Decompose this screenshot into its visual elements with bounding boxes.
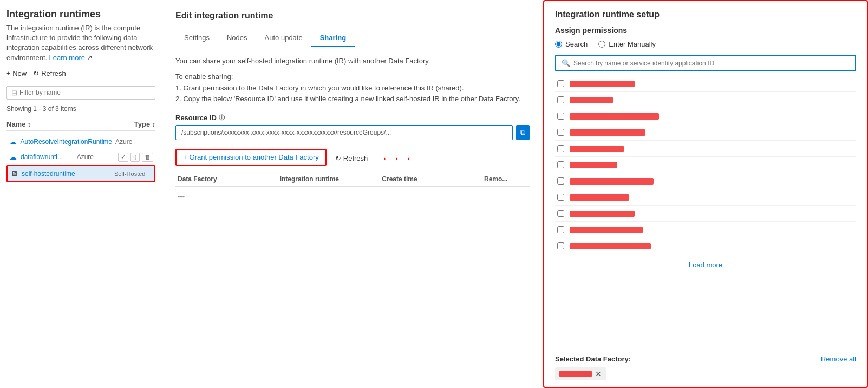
factory-checkbox[interactable]: [557, 161, 564, 168]
search-radio[interactable]: [555, 41, 562, 48]
item-delete-btn[interactable]: 🗑: [142, 153, 153, 162]
list-item[interactable]: ☁ AutoResolveIntegrationRuntime Azure: [6, 134, 155, 149]
refresh-button[interactable]: ↻ Refresh: [33, 69, 66, 77]
col-remove: Remo...: [484, 175, 527, 183]
factory-checkbox[interactable]: [557, 129, 564, 136]
col-create-time: Create time: [382, 175, 484, 183]
load-more-button[interactable]: Load more: [555, 254, 856, 275]
info-icon: ⓘ: [219, 114, 225, 122]
selected-section: Selected Data Factory: Remove all ✕: [544, 348, 867, 387]
runtime-type: Azure: [115, 138, 153, 146]
factory-item: [555, 141, 856, 157]
factory-name: [570, 146, 624, 152]
factory-name: [570, 81, 635, 87]
factory-item: [555, 173, 856, 189]
self-hosted-runtime-item[interactable]: 🖥 self-hostedruntime Self-Hosted: [6, 165, 155, 182]
search-box: 🔍: [555, 55, 856, 71]
manual-radio[interactable]: [598, 41, 605, 48]
arrow-annotation: →→→: [376, 152, 412, 166]
factory-name: [570, 178, 654, 185]
col-integration-runtime: Integration runtime: [280, 175, 382, 183]
factory-item: [555, 222, 856, 238]
runtime-type: Self-Hosted: [114, 170, 152, 177]
search-input[interactable]: [573, 60, 850, 67]
factory-checkbox[interactable]: [557, 210, 564, 217]
item-check-btn[interactable]: ✓: [118, 153, 128, 162]
factory-checkbox[interactable]: [557, 96, 564, 103]
selected-header: Selected Data Factory: Remove all: [555, 355, 856, 363]
selected-factory-name: [559, 371, 592, 377]
assign-label: Assign permissions: [555, 26, 856, 35]
resource-id-input[interactable]: [175, 125, 513, 140]
page-title: Integration runtimes: [6, 9, 155, 20]
runtime-name: self-hostedruntime: [22, 170, 111, 177]
factory-item: [555, 189, 856, 206]
setup-panel-title: Integration runtime setup: [555, 10, 856, 19]
count-text: Showing 1 - 3 of 3 items: [6, 105, 155, 113]
left-panel: Integration runtimes The integration run…: [0, 0, 162, 388]
manual-radio-option[interactable]: Enter Manually: [598, 40, 656, 48]
runtime-name: AutoResolveIntegrationRuntime: [21, 138, 112, 146]
plus-icon: +: [183, 153, 187, 161]
factory-checkbox[interactable]: [557, 226, 564, 233]
factory-checkbox[interactable]: [557, 145, 564, 152]
factory-item: [555, 238, 856, 254]
tab-settings[interactable]: Settings: [175, 29, 218, 47]
refresh-inline-icon: ↻: [335, 154, 341, 162]
selected-tag: ✕: [555, 367, 606, 380]
factory-name: [570, 194, 629, 201]
item-actions: ✓ {} 🗑: [118, 153, 153, 162]
tab-auto-update[interactable]: Auto update: [256, 29, 311, 47]
filter-box: ⊟: [6, 86, 155, 100]
table-header: Data Factory Integration runtime Create …: [175, 172, 530, 187]
list-item[interactable]: ☁ dataflowrunti... Azure ✓ {} 🗑: [6, 149, 155, 165]
sharing-description: You can share your self-hosted integrati…: [175, 56, 530, 105]
col-data-factory: Data Factory: [178, 175, 280, 183]
search-radio-option[interactable]: Search: [555, 40, 588, 48]
factory-name: [570, 162, 617, 168]
tab-nodes[interactable]: Nodes: [218, 29, 256, 47]
learn-more-link[interactable]: Learn more: [49, 54, 85, 62]
cloud-icon: ☁: [9, 137, 17, 146]
toolbar: + New ↻ Refresh: [6, 69, 155, 77]
factory-item: [555, 124, 856, 141]
factory-item: [555, 206, 856, 222]
factory-checkbox[interactable]: [557, 194, 564, 201]
action-row: + Grant permission to another Data Facto…: [175, 149, 530, 168]
resource-id-label: Resource ID ⓘ: [175, 114, 530, 122]
factory-checkbox[interactable]: [557, 177, 564, 185]
setup-panel: Integration runtime setup Assign permiss…: [543, 0, 868, 388]
grant-permission-button[interactable]: + Grant permission to another Data Facto…: [175, 149, 327, 166]
remove-all-button[interactable]: Remove all: [821, 355, 856, 363]
name-column-header: Name ↕: [6, 120, 31, 128]
factory-name: [570, 211, 635, 217]
copy-button[interactable]: ⧉: [516, 125, 530, 140]
table-body: ---: [175, 187, 530, 206]
factory-item: [555, 92, 856, 108]
runtime-name: dataflowrunti...: [21, 153, 74, 161]
factory-list: Load more: [544, 76, 867, 348]
inline-refresh-button[interactable]: ↻ Refresh: [331, 151, 373, 166]
factory-checkbox[interactable]: [557, 80, 564, 87]
radio-group: Search Enter Manually: [555, 40, 856, 48]
filter-icon: ⊟: [11, 89, 17, 97]
new-button[interactable]: + New: [6, 69, 27, 77]
cloud-icon: ☁: [9, 153, 17, 161]
list-header: Name ↕ Type ↕: [6, 118, 155, 131]
filter-input[interactable]: [19, 89, 151, 96]
factory-name: [570, 243, 651, 249]
factory-checkbox[interactable]: [557, 242, 564, 249]
factory-name: [570, 97, 613, 103]
factory-item: [555, 108, 856, 124]
remove-tag-button[interactable]: ✕: [595, 370, 602, 378]
factory-item: [555, 157, 856, 173]
setup-panel-header: Integration runtime setup Assign permiss…: [544, 1, 867, 55]
factory-item: [555, 76, 856, 92]
item-code-btn[interactable]: {}: [130, 153, 140, 162]
factory-checkbox[interactable]: [557, 113, 564, 120]
factory-name: [570, 129, 645, 136]
tab-sharing[interactable]: Sharing: [311, 29, 355, 47]
refresh-icon: ↻: [33, 69, 39, 77]
search-icon: 🔍: [562, 59, 570, 67]
factory-name: [570, 227, 643, 233]
